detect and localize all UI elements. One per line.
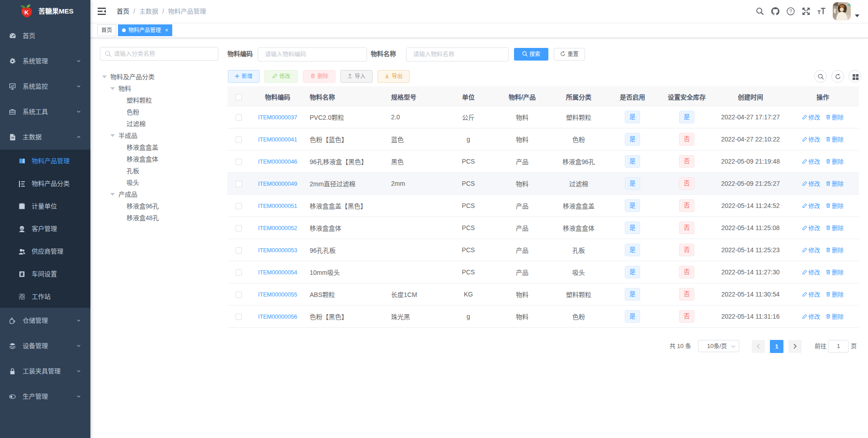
svg-text:K: K: [24, 9, 29, 16]
svg-text:?: ?: [789, 9, 792, 14]
